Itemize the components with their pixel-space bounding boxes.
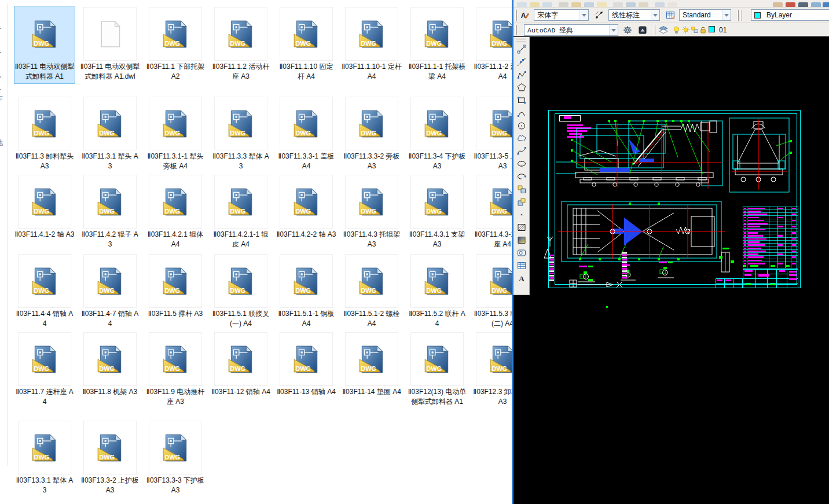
polygon-icon[interactable] [515,81,529,94]
toolbar-icon-clipped[interactable] [773,2,783,7]
ellipse-arc-icon[interactable] [515,170,529,183]
toolbar-icon-clipped[interactable] [667,2,677,7]
file-item[interactable]: DWG Ⅱ03F11.9 电动推杆座 A3 [145,331,206,409]
file-item[interactable]: DWG Ⅱ03F11.4.2 辊子 A3 [79,174,141,252]
layer-vp-freeze-button[interactable] [690,25,699,34]
file-item[interactable]: DWG Ⅱ03F11.1.10-1 定杆 A4 [341,6,402,84]
insert-block-icon[interactable] [515,183,529,196]
file-item[interactable]: DWG Ⅱ03F11 电动双侧犁式卸料器 A1 [14,6,75,84]
dim-style-button[interactable] [593,9,606,21]
ellipse-icon[interactable] [515,157,529,170]
table-icon[interactable] [515,259,529,272]
file-item[interactable]: DWG Ⅱ03F11.4-7 销轴 A4 [79,253,141,331]
line-icon[interactable] [515,43,529,56]
file-item[interactable]: DWG Ⅱ03F13.3-3 下护板 A3 [145,420,206,498]
file-item[interactable]: DWG Ⅱ03F11.3.3-1 盖板 A4 [276,95,337,174]
gradient-icon[interactable] [515,234,529,247]
layer-color-swatch[interactable] [709,26,717,35]
toolbar-icon-clipped[interactable] [613,2,623,7]
text-style-button[interactable]: A [518,9,531,21]
file-item[interactable]: DWG Ⅱ03F11.4.3 托辊架 A3 [341,174,402,252]
file-item[interactable]: DWG Ⅱ03F11.4-4 销轴 A4 [14,253,75,331]
toolbar-grip[interactable] [515,10,517,21]
toolbar-icon-clipped[interactable] [626,2,636,7]
file-item[interactable]: DWG Ⅱ03F11.4.2-2 轴 A3 [276,174,337,242]
file-item[interactable]: DWG Ⅱ03F11.5.1 联接叉(一) A4 [210,253,272,331]
toolbar-grip[interactable] [737,10,739,21]
file-item[interactable]: DWG Ⅱ03F11.8 机架 A3 [79,331,141,399]
file-item[interactable]: DWG Ⅱ03F11.1-1 托架横梁 A4 [406,6,468,84]
file-item[interactable]: DWG Ⅱ03F13.3-2 上护板 A3 [79,420,141,498]
file-item[interactable]: DWG Ⅱ03F11.7 连杆座 A4 [14,331,75,409]
toolbar-icon-clipped[interactable] [597,2,607,7]
table-style-combo[interactable]: Standard [679,9,731,21]
file-item[interactable]: Ⅱ03F11 电动双侧犁式卸料器 A1.dwl [79,6,141,84]
file-item[interactable]: DWG Ⅱ03F11.3.3-2 旁板 A3 [341,95,402,174]
file-item[interactable]: DWG Ⅱ03F11.3.3 犁体 A3 [210,95,272,174]
dwg-file-icon: DWG [149,421,202,474]
revision-cloud-icon[interactable] [515,132,529,145]
arc-icon[interactable] [515,106,529,119]
toolbar-icon-clipped[interactable] [639,2,648,7]
toolbar-handle[interactable] [516,38,526,42]
my-workspace-button[interactable] [636,24,649,36]
toolbar-icon-clipped[interactable] [542,2,552,7]
toolbar-icon-clipped[interactable] [530,2,540,7]
make-block-icon[interactable] [515,196,529,208]
file-item[interactable]: DWG Ⅱ03F11.4.2.1-1 辊皮 A4 [210,174,272,252]
toolbar-icon-clipped[interactable] [571,2,581,7]
toolbar-icon-clipped[interactable] [823,2,829,7]
file-item[interactable]: DWG Ⅱ03F11.3 卸料犁头 A3 [14,95,75,174]
dim-style-combo[interactable]: 线性标注 [608,9,660,21]
acad-canvas[interactable]: A [513,37,829,504]
toolbar-icon-clipped[interactable] [559,2,568,7]
svg-text:DWG: DWG [164,207,180,214]
region-icon[interactable] [515,247,529,259]
file-item[interactable]: DWG Ⅱ03F11-12 销轴 A4 [210,331,272,399]
layer-freeze-button[interactable] [681,25,690,34]
toolbar-icon-clipped[interactable] [584,2,594,7]
construction-line-icon[interactable] [515,56,529,68]
color-combo[interactable]: ByLayer [751,9,829,21]
toolbar-icon-clipped[interactable] [798,2,808,7]
file-item[interactable]: DWG Ⅱ03F11.5.1-2 螺栓 A4 [341,253,402,331]
table-style-button[interactable] [664,9,677,21]
file-item[interactable]: DWG Ⅱ03F11.4.2.1 辊体 A4 [145,174,206,252]
toolbar-icon-clipped[interactable] [786,2,795,7]
file-item[interactable]: DWG Ⅱ03F11.3.1-1 犁头旁板 A4 [145,95,206,174]
file-item[interactable]: DWG Ⅱ03F11.1 下部托架 A2 [145,6,206,84]
hatch-icon[interactable] [515,221,529,234]
toolbar-icon-clipped[interactable] [517,2,527,7]
workspace-settings-button[interactable] [621,24,634,36]
circle-icon[interactable] [515,119,529,132]
toolbar-icon-clipped[interactable] [811,2,821,7]
layer-on-off-button[interactable] [672,25,681,34]
file-item[interactable]: DWG Ⅱ03F11.4.3.1 支架 A3 [406,174,468,252]
file-item[interactable]: DWG Ⅱ03F11.1.10 固定杆 A4 [276,6,337,84]
layer-properties-button[interactable] [657,24,670,36]
file-item[interactable]: DWG Ⅱ03F11.3-4 下护板 A3 [406,95,468,174]
file-item[interactable]: DWG Ⅱ03F11-13 销轴 A4 [276,331,337,399]
file-item[interactable]: DWG Ⅱ03F12(13) 电动单侧犁式卸料器 A1 [406,331,468,409]
file-item[interactable]: DWG Ⅱ03F13.3.1 犁体 A3 [14,420,75,498]
toolbar-grip[interactable] [740,10,742,21]
file-item[interactable]: DWG Ⅱ03F11.5 撑杆 A3 [145,253,206,321]
text-style-combo[interactable]: 宋体字 [534,9,589,21]
svg-text:DWG: DWG [361,129,376,136]
spline-icon[interactable] [515,145,529,157]
point-icon[interactable] [515,208,529,221]
file-item[interactable]: DWG Ⅱ03F11.4.1-2 轴 A3 [14,174,75,242]
file-item[interactable]: DWG Ⅱ03F11.1.2 活动杆座 A3 [210,6,272,84]
toolbar-grip[interactable] [515,25,517,35]
multiline-text-icon[interactable]: A [515,272,529,285]
workspace-combo[interactable]: AutoCAD 经典 [524,24,618,36]
file-item[interactable]: DWG Ⅱ03F11.5.1-1 钢板 A4 [276,253,337,331]
polyline-icon[interactable] [515,68,529,81]
rectangle-icon[interactable] [515,94,529,106]
file-item[interactable]: DWG Ⅱ03F11-14 垫圈 A4 [341,331,402,399]
toolbar-grip[interactable] [654,25,655,35]
toolbar-icon-clipped[interactable] [655,2,665,7]
layer-lock-button[interactable] [699,25,707,34]
file-item[interactable]: DWG Ⅱ03F11.5.2 联杆 A4 [406,253,468,331]
file-item[interactable]: DWG Ⅱ03F11.3.1 犁头 A3 [79,95,141,174]
